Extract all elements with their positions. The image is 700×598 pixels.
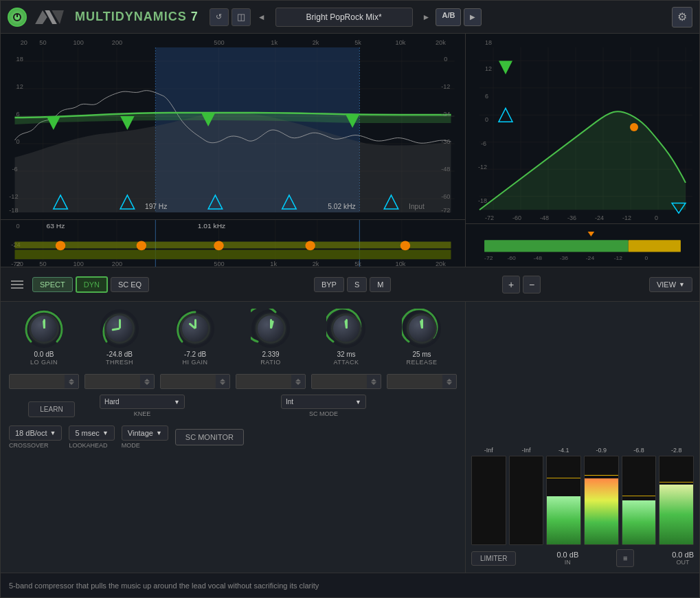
svg-text:-18: -18: [9, 207, 18, 214]
svg-text:2k: 2k: [313, 39, 319, 46]
ab-button[interactable]: A/B: [436, 8, 461, 26]
svg-text:5k: 5k: [354, 261, 361, 267]
svg-text:-48: -48: [534, 255, 543, 261]
fader-up-arrow[interactable]: [447, 379, 452, 381]
sc-mode-dropdown-row: Int ▼: [281, 395, 366, 409]
fader-down-arrow[interactable]: [220, 382, 225, 385]
learn-button[interactable]: LEARN: [28, 401, 74, 417]
view-button[interactable]: VIEW ▼: [649, 277, 692, 292]
svg-text:-24: -24: [586, 255, 595, 261]
app-title: MULTIDYNAMICS 7: [75, 10, 199, 24]
lookahead-dropdown[interactable]: 5 msec ▼: [69, 425, 114, 441]
in-value: 0.0 dB: [556, 551, 578, 559]
release-label: RELEASE: [406, 359, 437, 366]
svg-text:2k: 2k: [313, 261, 319, 267]
hamburger-button[interactable]: [8, 275, 27, 294]
meters-row: -Inf -Inf -4.1: [471, 307, 694, 545]
svg-rect-127: [629, 240, 681, 252]
fader-down-arrow[interactable]: [447, 382, 452, 385]
release-knob[interactable]: [402, 309, 442, 348]
fader-hi-gain-control[interactable]: [160, 374, 230, 389]
s-button[interactable]: S: [347, 277, 367, 292]
fader-up-arrow[interactable]: [295, 379, 301, 381]
transfer-canvas[interactable]: -72 18 12 6 0 -6 -12 -18 -72 -60 -48 -36…: [466, 34, 699, 224]
sc-monitor-button[interactable]: SC MONITOR: [175, 429, 244, 445]
knee-dropdown-arrow: ▼: [174, 399, 180, 406]
title-text: MULTIDYNAMICS: [75, 10, 187, 23]
attack-knob[interactable]: [326, 309, 366, 348]
ratio-knob[interactable]: [251, 309, 291, 348]
svg-text:5.02 kHz: 5.02 kHz: [328, 203, 355, 210]
add-band-button[interactable]: +: [502, 276, 520, 294]
mode-dropdown[interactable]: Vintage ▼: [122, 425, 168, 441]
spectrum-panel[interactable]: 20 50 100 200 500 1k 2k 5k 10k 20k 18 12…: [1, 34, 466, 267]
byp-button[interactable]: BYP: [314, 277, 344, 292]
preset-next-button[interactable]: ►: [422, 12, 431, 22]
reset-button[interactable]: ↺: [210, 8, 229, 26]
fader-up-arrow[interactable]: [371, 379, 376, 381]
fader-lo-gain: [9, 374, 79, 390]
svg-text:-60: -60: [512, 214, 521, 221]
lo-gain-label: LO GAIN: [30, 359, 58, 366]
svg-text:6: 6: [485, 93, 488, 100]
fader-ratio: [236, 374, 306, 390]
ratio-knob-item: 2.339 RATIO: [236, 309, 306, 366]
dyn-button[interactable]: DYN: [76, 276, 108, 293]
meter-menu-button[interactable]: ≡: [616, 549, 634, 567]
fader-attack-control[interactable]: [311, 374, 381, 389]
svg-point-74: [137, 241, 146, 251]
remove-band-button[interactable]: −: [523, 276, 541, 294]
undo-button[interactable]: ◫: [232, 8, 251, 26]
knee-dropdown[interactable]: Hard ▼: [100, 395, 185, 409]
fader-up-arrow[interactable]: [220, 379, 225, 381]
mode-group: Vintage ▼ MODE: [122, 425, 168, 449]
thresh-knob[interactable]: [100, 309, 139, 348]
m-button[interactable]: M: [370, 277, 391, 292]
crossover-dropdown[interactable]: 18 dB/oct ▼: [9, 425, 62, 441]
svg-text:12: 12: [485, 65, 492, 72]
fader-down-arrow[interactable]: [69, 382, 74, 385]
power-button[interactable]: [8, 8, 27, 27]
svg-point-77: [400, 241, 410, 251]
svg-text:18: 18: [485, 39, 492, 46]
fader-down-arrow[interactable]: [371, 382, 376, 385]
settings-button[interactable]: ⚙: [672, 7, 692, 27]
meter-fill-3: [547, 496, 580, 544]
meter-bar-5: [622, 456, 657, 545]
fader-lo-gain-control[interactable]: [9, 374, 79, 389]
preset-selector[interactable]: Bright PopRock Mix*: [275, 8, 413, 27]
svg-text:-72: -72: [485, 214, 494, 221]
preset-prev-button[interactable]: ◄: [258, 12, 266, 22]
meter-fill-6: [659, 485, 693, 544]
in-out-controls: LIMITER 0.0 dB IN ≡ 0.0 dB OUT: [471, 549, 694, 567]
sc-mode-dropdown[interactable]: Int ▼: [281, 395, 366, 409]
status-bar: 5-band compressor that pulls the music u…: [1, 573, 699, 597]
thresh-label: THRESH: [106, 359, 133, 366]
meter-bar-3: [546, 456, 581, 545]
play-button[interactable]: ▶: [464, 8, 482, 26]
svg-text:-12: -12: [441, 83, 450, 90]
svg-text:200: 200: [112, 261, 122, 267]
spect-button[interactable]: SPECT: [32, 277, 73, 292]
fader-up-arrow[interactable]: [69, 379, 74, 381]
sc-mode-value: Int: [286, 398, 293, 406]
fader-down-arrow[interactable]: [295, 382, 301, 385]
preset-name: Bright PopRock Mix*: [282, 12, 407, 22]
limiter-button[interactable]: LIMITER: [471, 551, 516, 566]
fader-release-control[interactable]: [387, 374, 457, 389]
hi-gain-knob[interactable]: [175, 309, 215, 348]
meter-peak-5: -6.8: [633, 447, 644, 454]
fader-down-arrow[interactable]: [144, 382, 150, 385]
lo-gain-knob[interactable]: [24, 309, 64, 348]
fader-up-arrow[interactable]: [144, 379, 150, 381]
sc-eq-button[interactable]: SC EQ: [111, 277, 149, 292]
meter-channel-2: -Inf: [509, 447, 544, 545]
fader-ratio-control[interactable]: [236, 374, 306, 389]
svg-text:0: 0: [645, 255, 648, 261]
fader-thresh-control[interactable]: [84, 374, 155, 389]
mode-value: Vintage: [128, 429, 153, 437]
threshold-strip[interactable]: 0 -24 -72 63 Hz 1.0: [1, 219, 465, 267]
meter-peak-6: -2.8: [671, 447, 682, 454]
sc-mode-dropdown-arrow: ▼: [355, 399, 361, 406]
thresh-knob-item: -24.8 dB THRESH: [84, 309, 155, 366]
